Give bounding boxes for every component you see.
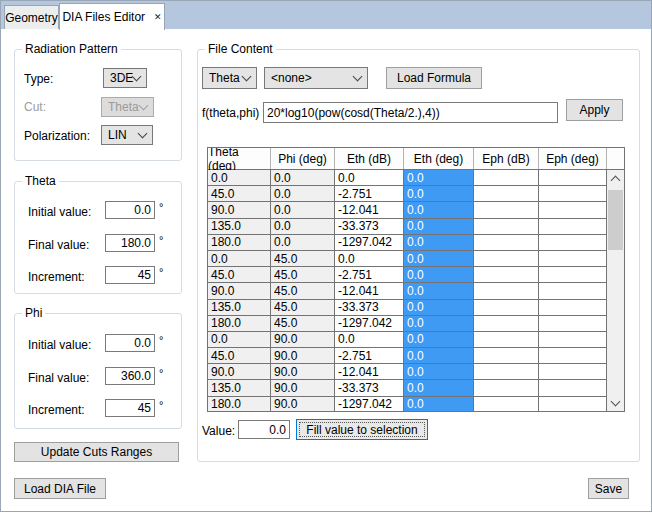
table-cell[interactable] (539, 219, 607, 235)
table-row[interactable]: 0.090.00.00.0 (208, 332, 624, 348)
formula-input[interactable] (263, 102, 558, 123)
table-row[interactable]: 0.00.00.00.0 (208, 170, 624, 186)
table-cell[interactable] (539, 348, 607, 364)
table-cell[interactable]: 0.0 (404, 267, 474, 283)
type-dropdown[interactable]: 3DE (103, 68, 147, 88)
table-cell[interactable]: 90.0 (271, 332, 335, 348)
component-dropdown[interactable]: Theta (202, 67, 257, 89)
scroll-down-button[interactable] (607, 394, 624, 411)
table-cell[interactable] (539, 251, 607, 267)
load-dia-file-button[interactable]: Load DIA File (14, 478, 106, 499)
table-row[interactable]: 90.00.0-12.0410.0 (208, 202, 624, 218)
table-cell[interactable]: 45.0 (271, 316, 335, 332)
table-cell[interactable]: 135.0 (208, 300, 271, 316)
tab-geometry[interactable]: Geometry (4, 5, 59, 30)
table-cell[interactable] (539, 300, 607, 316)
table-cell[interactable]: 0.0 (404, 251, 474, 267)
table-cell[interactable] (539, 283, 607, 299)
table-cell[interactable]: 90.0 (271, 348, 335, 364)
table-cell[interactable]: 90.0 (271, 380, 335, 396)
table-cell[interactable]: 45.0 (208, 348, 271, 364)
table-row[interactable]: 90.090.0-12.0410.0 (208, 364, 624, 380)
scroll-up-button[interactable] (607, 170, 624, 187)
update-cuts-ranges-button[interactable]: Update Cuts Ranges (14, 442, 179, 462)
table-cell[interactable]: -12.041 (335, 364, 404, 380)
table-cell[interactable]: 90.0 (271, 364, 335, 380)
table-cell[interactable]: 0.0 (271, 186, 335, 202)
table-row[interactable]: 135.00.0-33.3730.0 (208, 219, 624, 235)
table-cell[interactable] (474, 348, 539, 364)
table-cell[interactable]: -33.373 (335, 380, 404, 396)
table-cell[interactable]: 0.0 (208, 251, 271, 267)
table-cell[interactable]: 45.0 (271, 251, 335, 267)
column-header[interactable]: Eth (dB) (335, 148, 404, 169)
table-cell[interactable]: 0.0 (404, 348, 474, 364)
table-row[interactable]: 135.090.0-33.3730.0 (208, 380, 624, 396)
table-cell[interactable] (474, 267, 539, 283)
table-row[interactable]: 45.090.0-2.7510.0 (208, 348, 624, 364)
table-cell[interactable] (539, 267, 607, 283)
phi-final-input[interactable] (105, 367, 155, 385)
table-cell[interactable]: 0.0 (335, 251, 404, 267)
phi-increment-input[interactable] (105, 399, 155, 417)
table-cell[interactable]: 0.0 (335, 332, 404, 348)
table-row[interactable]: 180.00.0-1297.0420.0 (208, 235, 624, 251)
table-cell[interactable]: 180.0 (208, 397, 271, 412)
table-cell[interactable] (539, 397, 607, 412)
table-cell[interactable]: 180.0 (208, 235, 271, 251)
table-cell[interactable]: 180.0 (208, 316, 271, 332)
table-cell[interactable]: 0.0 (404, 283, 474, 299)
table-cell[interactable]: -1297.042 (335, 235, 404, 251)
table-cell[interactable] (539, 316, 607, 332)
table-cell[interactable]: 0.0 (271, 202, 335, 218)
table-cell[interactable] (539, 364, 607, 380)
table-cell[interactable]: 45.0 (208, 186, 271, 202)
table-cell[interactable] (474, 186, 539, 202)
table-cell[interactable] (539, 186, 607, 202)
table-row[interactable]: 180.090.0-1297.0420.0 (208, 397, 624, 412)
table-row[interactable]: 45.045.0-2.7510.0 (208, 267, 624, 283)
table-cell[interactable]: -1297.042 (335, 316, 404, 332)
table-cell[interactable]: 0.0 (271, 170, 335, 186)
table-row[interactable]: 180.045.0-1297.0420.0 (208, 316, 624, 332)
apply-button[interactable]: Apply (566, 99, 623, 121)
column-header[interactable]: Theta (deg) (208, 148, 271, 169)
table-cell[interactable] (474, 283, 539, 299)
table-row[interactable]: 0.045.00.00.0 (208, 251, 624, 267)
table-cell[interactable] (474, 332, 539, 348)
theta-final-input[interactable] (105, 234, 155, 252)
table-cell[interactable] (474, 219, 539, 235)
table-cell[interactable]: 0.0 (335, 170, 404, 186)
table-cell[interactable]: 0.0 (404, 186, 474, 202)
theta-initial-input[interactable] (105, 201, 155, 219)
table-cell[interactable]: 0.0 (404, 332, 474, 348)
table-cell[interactable] (539, 235, 607, 251)
table-cell[interactable]: 45.0 (271, 300, 335, 316)
table-cell[interactable] (539, 202, 607, 218)
value-input[interactable] (238, 420, 290, 439)
table-cell[interactable]: -1297.042 (335, 397, 404, 412)
table-cell[interactable]: 0.0 (404, 397, 474, 412)
polarization-dropdown[interactable]: LIN (101, 125, 153, 145)
phi-initial-input[interactable] (105, 334, 155, 352)
table-cell[interactable] (474, 316, 539, 332)
table-cell[interactable]: -2.751 (335, 186, 404, 202)
table-cell[interactable] (474, 170, 539, 186)
column-header[interactable]: Phi (deg) (271, 148, 335, 169)
table-cell[interactable]: 45.0 (271, 267, 335, 283)
scrollbar-thumb[interactable] (608, 190, 623, 250)
table-cell[interactable]: 135.0 (208, 219, 271, 235)
table-cell[interactable] (539, 380, 607, 396)
table-cell[interactable] (474, 235, 539, 251)
table-cell[interactable]: 0.0 (404, 170, 474, 186)
table-cell[interactable]: 0.0 (404, 219, 474, 235)
table-cell[interactable] (474, 380, 539, 396)
table-row[interactable]: 90.045.0-12.0410.0 (208, 283, 624, 299)
table-cell[interactable]: 0.0 (404, 380, 474, 396)
table-cell[interactable]: -12.041 (335, 283, 404, 299)
table-cell[interactable] (539, 170, 607, 186)
formula-preset-dropdown[interactable]: <none> (264, 67, 368, 89)
close-tab-icon[interactable]: ✕ (154, 13, 162, 22)
table-cell[interactable]: 0.0 (208, 332, 271, 348)
table-cell[interactable]: 0.0 (404, 300, 474, 316)
